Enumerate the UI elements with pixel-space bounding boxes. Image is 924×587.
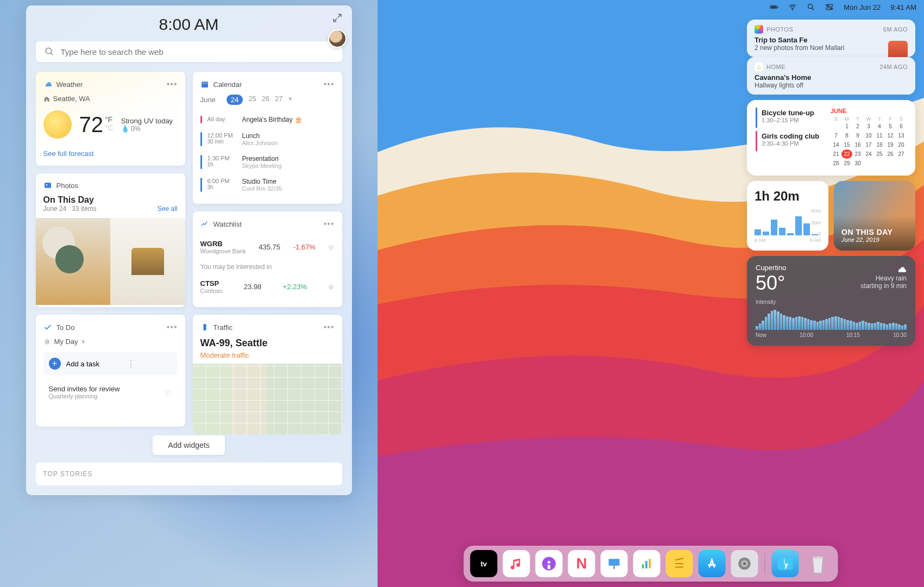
calendar-day[interactable]: 3 xyxy=(863,122,874,131)
calendar-day[interactable]: 12 xyxy=(885,131,896,140)
calendar-day[interactable]: 10 xyxy=(863,131,874,140)
calendar-widget[interactable]: Calendar ••• June 24 25 26 27 ▾ All dayA… xyxy=(193,72,342,204)
todo-add-task[interactable]: + Add a task ⋮ xyxy=(43,352,178,375)
forecast-link[interactable]: See full forecast xyxy=(43,149,94,158)
calendar-day[interactable]: 11 xyxy=(874,131,885,140)
control-center-icon[interactable] xyxy=(825,3,834,11)
search-field[interactable] xyxy=(61,47,334,57)
dock-trash[interactable] xyxy=(804,550,832,577)
todo-item[interactable]: Send invites for review Quarterly planni… xyxy=(43,379,178,405)
calendar-day[interactable]: 14 xyxy=(831,140,841,149)
calendar-day[interactable]: 25 xyxy=(874,149,885,159)
weather-widget-mac[interactable]: Cupertino 50° Heavy rain starting in 9 m… xyxy=(747,256,915,346)
calendar-event[interactable]: 1:30 PM1hPresentationSkype Meeting xyxy=(200,151,335,173)
dock[interactable]: tv N xyxy=(464,546,838,582)
photos-widget[interactable]: Photos On This Day June 24 33 items See … xyxy=(36,173,185,307)
watchlist-menu[interactable]: ••• xyxy=(324,219,335,229)
star-icon[interactable]: ☆ xyxy=(165,387,172,397)
chart-xlabel: 9 AM xyxy=(809,238,821,243)
chart-bar xyxy=(844,319,846,330)
calendar-day[interactable]: 2 xyxy=(852,122,863,131)
dock-notes[interactable] xyxy=(666,550,693,577)
chart-bar xyxy=(801,317,804,330)
expand-icon[interactable] xyxy=(332,13,342,23)
photo-thumb[interactable] xyxy=(110,218,185,305)
watchlist-row[interactable]: WGRBWoodgrove Bank 435.75 -1.67% ⊘ xyxy=(200,234,335,260)
photo-strip[interactable] xyxy=(36,218,185,305)
calendar-day[interactable]: 24 xyxy=(863,149,874,159)
dock-music[interactable] xyxy=(503,550,530,577)
info-icon[interactable]: ⊘ xyxy=(328,243,334,251)
calendar-day[interactable]: 6 xyxy=(896,122,907,131)
dock-finder[interactable] xyxy=(772,550,799,577)
chart-bar xyxy=(792,318,795,330)
dock-tv[interactable]: tv xyxy=(470,550,498,577)
calendar-day[interactable]: 16 xyxy=(852,140,863,149)
calendar-day[interactable]: 17 xyxy=(863,140,874,149)
search-input[interactable] xyxy=(36,41,342,62)
avatar[interactable] xyxy=(328,29,347,48)
notification[interactable]: ⌂HOME24m agoCavanna's HomeHallway lights… xyxy=(747,57,915,95)
dock-appstore[interactable] xyxy=(699,550,726,577)
calendar-day[interactable]: 4 xyxy=(874,122,885,131)
todo-list-selector[interactable]: My Day ▾ xyxy=(43,338,178,346)
notification[interactable]: PHOTOS6m agoTrip to Santa Fe2 new photos… xyxy=(747,20,915,57)
dock-settings[interactable] xyxy=(731,550,758,577)
battery-icon[interactable] xyxy=(770,3,778,11)
mini-calendar[interactable]: JUNE SMTWTFS1234567891011121314151617181… xyxy=(831,108,907,168)
calendar-day[interactable]: 9 xyxy=(852,131,863,140)
watchlist-row[interactable]: CTSPContoso 23.98 +2.23% ⊕ xyxy=(200,274,335,299)
calendar-day[interactable]: 18 xyxy=(874,140,885,149)
calendar-event-mac[interactable]: Bicycle tune-up1:30–2:15 PM xyxy=(756,108,822,128)
wifi-icon[interactable] xyxy=(788,3,797,11)
menubar-date[interactable]: Mon Jun 22 xyxy=(844,3,881,11)
calendar-day[interactable]: 22 xyxy=(841,149,852,159)
todo-widget[interactable]: To Do ••• My Day ▾ + Add a task ⋮ Send i… xyxy=(36,315,185,427)
calendar-day[interactable]: 20 xyxy=(896,140,907,149)
calendar-event[interactable]: 6:00 PM3hStudio TimeConf Rm 32/35 xyxy=(200,173,335,196)
dock-podcasts[interactable] xyxy=(536,550,563,577)
menubar-time[interactable]: 9:41 AM xyxy=(890,3,916,11)
calendar-day[interactable]: 26 xyxy=(885,149,896,159)
weather-widget[interactable]: Weather ••• Seattle, WA 72 °F°C Strong U… xyxy=(36,72,185,166)
menubar[interactable]: Mon Jun 22 9:41 AM xyxy=(378,0,924,14)
photo-thumb[interactable] xyxy=(36,218,111,305)
screentime-widget[interactable]: 1h 20m 60m 30m 0 6 AM9 AM xyxy=(747,181,828,251)
calendar-day[interactable]: 15 xyxy=(841,140,852,149)
dock-keynote[interactable] xyxy=(601,550,628,577)
calendar-event[interactable]: All dayAngela's Birthday 🎂 xyxy=(200,111,335,128)
dock-news[interactable]: N xyxy=(568,550,595,577)
calendar-days[interactable]: 24 25 26 27 ▾ xyxy=(227,95,292,105)
spotlight-icon[interactable] xyxy=(807,3,815,11)
calendar-day[interactable]: 8 xyxy=(841,131,852,140)
dock-numbers[interactable] xyxy=(633,550,661,577)
calendar-day[interactable]: 27 xyxy=(896,149,907,159)
photos-seeall-link[interactable]: See all xyxy=(158,205,178,213)
calendar-day[interactable]: 13 xyxy=(896,131,907,140)
calendar-day[interactable]: 23 xyxy=(852,149,863,159)
traffic-map[interactable] xyxy=(193,364,342,434)
weather-menu[interactable]: ••• xyxy=(167,79,178,89)
calendar-day[interactable]: 5 xyxy=(885,122,896,131)
chart-bar xyxy=(856,323,858,330)
todo-menu[interactable]: ••• xyxy=(167,322,178,332)
on-this-day-widget[interactable]: ON THIS DAY June 22, 2019 xyxy=(834,181,915,251)
add-widgets-button[interactable]: Add widgets xyxy=(153,435,224,455)
calendar-day[interactable]: 1 xyxy=(841,122,852,131)
calendar-day[interactable]: 29 xyxy=(841,159,852,168)
chart-xlabel: 10:15 xyxy=(846,332,860,338)
calendar-event-mac[interactable]: Girls coding club3:30–4:30 PM xyxy=(756,131,822,151)
calendar-day[interactable]: 21 xyxy=(831,149,841,159)
calendar-day[interactable]: 7 xyxy=(831,131,841,140)
calendar-day[interactable]: 30 xyxy=(852,159,863,168)
calendar-menu[interactable]: ••• xyxy=(324,79,335,89)
add-icon[interactable]: ⊕ xyxy=(328,283,334,291)
calendar-event[interactable]: 12:00 PM30 minLunchAlex Johnson xyxy=(200,128,335,151)
calendar-day[interactable]: 19 xyxy=(885,140,896,149)
svg-point-17 xyxy=(548,561,550,564)
calendar-day[interactable]: 28 xyxy=(831,159,841,168)
watchlist-widget[interactable]: Watchlist ••• WGRBWoodgrove Bank 435.75 … xyxy=(193,211,342,307)
traffic-widget[interactable]: Traffic ••• WA-99, Seattle Moderate traf… xyxy=(193,315,342,427)
calendar-widget-mac[interactable]: Bicycle tune-up1:30–2:15 PMGirls coding … xyxy=(747,100,915,176)
traffic-menu[interactable]: ••• xyxy=(324,322,335,332)
